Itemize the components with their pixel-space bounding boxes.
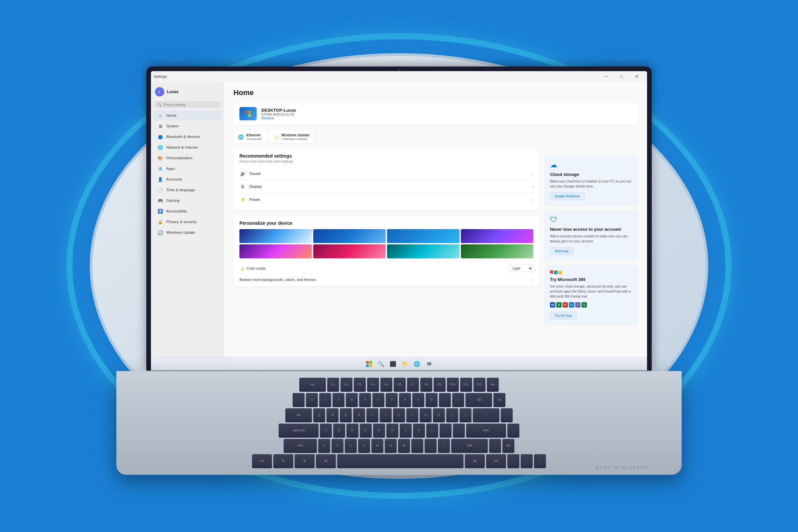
color-mode-select[interactable]: Light Dark Custom: [508, 265, 533, 272]
key-5[interactable]: 5: [359, 393, 371, 407]
install-onedrive-button[interactable]: Install OneDrive: [550, 192, 585, 200]
key-o[interactable]: O: [420, 408, 432, 422]
key-b[interactable]: B: [372, 439, 383, 453]
key-p[interactable]: P: [433, 408, 445, 422]
key-f[interactable]: F: [360, 424, 372, 438]
key-ins[interactable]: ins: [493, 393, 506, 407]
key-comma[interactable]: ,: [411, 439, 423, 453]
sidebar-item-home[interactable]: ⌂ Home: [153, 110, 222, 120]
key-f7[interactable]: F7: [407, 378, 419, 392]
wallpaper-thumb-5[interactable]: [240, 244, 312, 258]
sidebar-item-network[interactable]: 🌐 Network & internet: [153, 142, 222, 152]
key-rshift[interactable]: shift: [451, 439, 488, 453]
key-3[interactable]: 3: [332, 393, 344, 407]
search-taskbar-button[interactable]: 🔍: [376, 359, 386, 369]
task-view-button[interactable]: ⬛: [388, 359, 398, 369]
key-up[interactable]: ↑: [489, 439, 501, 453]
rename-link[interactable]: Rename: [261, 116, 632, 120]
key-period[interactable]: .: [424, 439, 437, 453]
sound-setting-row[interactable]: 🔊 Sound ›: [240, 167, 533, 180]
key-fn[interactable]: fn: [273, 454, 293, 468]
key-x[interactable]: X: [331, 439, 343, 453]
key-minus[interactable]: -: [439, 393, 451, 407]
key-0[interactable]: 0: [425, 393, 438, 407]
key-f4[interactable]: F4: [367, 378, 379, 392]
key-f2[interactable]: F2: [341, 378, 353, 392]
minimize-button[interactable]: ─: [598, 71, 614, 82]
key-backslash[interactable]: \: [473, 408, 499, 422]
mail-button[interactable]: ✉: [424, 359, 434, 369]
key-del[interactable]: del: [487, 378, 499, 392]
key-tab[interactable]: tab: [285, 408, 312, 422]
wallpaper-thumb-3[interactable]: [387, 229, 459, 243]
key-lshift[interactable]: shift: [284, 439, 317, 453]
key-t[interactable]: T: [366, 408, 378, 422]
key-e[interactable]: E: [340, 408, 352, 422]
sidebar-item-apps[interactable]: ⊞ Apps: [153, 164, 222, 174]
key-f10[interactable]: F10: [447, 378, 459, 392]
sidebar-item-personalization[interactable]: 🎨 Personalization: [153, 153, 222, 163]
edge-browser-button[interactable]: 🌐: [412, 359, 422, 369]
key-enter[interactable]: enter: [466, 424, 506, 438]
key-z[interactable]: Z: [318, 439, 330, 453]
sidebar-item-time[interactable]: 🕐 Time & language: [153, 185, 222, 195]
sidebar-item-privacy[interactable]: 🔒 Privacy & security: [153, 217, 222, 227]
key-left[interactable]: ←: [507, 454, 519, 468]
power-setting-row[interactable]: ⚡ Power ›: [240, 193, 533, 206]
browse-themes-row[interactable]: Browse more backgrounds, colors, and the…: [240, 274, 533, 282]
close-button[interactable]: ✕: [629, 71, 644, 82]
key-f8[interactable]: F8: [420, 378, 432, 392]
add-now-button[interactable]: Add now: [550, 247, 573, 255]
key-f1[interactable]: F1: [327, 378, 339, 392]
display-setting-row[interactable]: 🖥 Display ›: [240, 180, 533, 193]
key-h[interactable]: H: [386, 424, 398, 438]
key-k[interactable]: K: [413, 424, 425, 438]
key-semicolon[interactable]: ;: [440, 424, 452, 438]
sidebar-item-system[interactable]: 🖥 System: [153, 121, 222, 131]
key-f6[interactable]: F6: [394, 378, 406, 392]
key-7[interactable]: 7: [386, 393, 398, 407]
wallpaper-thumb-6[interactable]: [313, 244, 386, 258]
key-backspace[interactable]: ⌫: [466, 393, 492, 407]
key-q[interactable]: Q: [313, 408, 325, 422]
wallpaper-thumb-1[interactable]: [240, 229, 312, 243]
key-right[interactable]: →: [534, 454, 546, 468]
key-1[interactable]: 1: [306, 393, 318, 407]
key-m[interactable]: M: [398, 439, 410, 453]
ethernet-status[interactable]: 🌐 Ethernet Connected: [233, 130, 266, 143]
key-f11[interactable]: F11: [460, 378, 472, 392]
key-down[interactable]: ↓: [521, 454, 533, 468]
key-v[interactable]: V: [358, 439, 370, 453]
key-del2[interactable]: del: [502, 439, 514, 453]
key-8[interactable]: 8: [399, 393, 411, 407]
file-explorer-button[interactable]: 📁: [400, 359, 410, 369]
key-rctrl[interactable]: ctrl: [486, 454, 506, 468]
key-space[interactable]: [337, 454, 463, 468]
key-u[interactable]: U: [393, 408, 405, 422]
key-backtick[interactable]: `: [292, 393, 305, 407]
key-r[interactable]: R: [353, 408, 365, 422]
key-l[interactable]: L: [426, 424, 438, 438]
key-f9[interactable]: F9: [434, 378, 445, 392]
key-i[interactable]: I: [406, 408, 418, 422]
key-9[interactable]: 9: [412, 393, 424, 407]
key-s[interactable]: S: [333, 424, 345, 438]
sidebar-item-accounts[interactable]: 👤 Accounts: [153, 174, 222, 184]
key-f12[interactable]: F12: [474, 378, 486, 392]
sidebar-item-windows-update[interactable]: 🔄 Windows Update: [153, 227, 222, 238]
key-6[interactable]: 6: [373, 393, 384, 407]
key-equals[interactable]: =: [452, 393, 464, 407]
wallpaper-thumb-2[interactable]: [313, 229, 386, 243]
key-f3[interactable]: F3: [354, 378, 366, 392]
key-esc[interactable]: esc: [299, 378, 326, 392]
key-alt[interactable]: alt: [316, 454, 336, 468]
sidebar-item-bluetooth[interactable]: ⬤ Bluetooth & devices: [153, 132, 222, 141]
key-2[interactable]: 2: [319, 393, 331, 407]
key-bracket-close[interactable]: ]: [459, 408, 472, 422]
key-4[interactable]: 4: [346, 393, 358, 407]
try-free-button[interactable]: Try for free: [550, 311, 577, 320]
wallpaper-thumb-7[interactable]: [387, 244, 459, 258]
key-win[interactable]: ⊞: [294, 454, 315, 468]
key-n[interactable]: N: [385, 439, 397, 453]
key-f5[interactable]: F5: [380, 378, 392, 392]
